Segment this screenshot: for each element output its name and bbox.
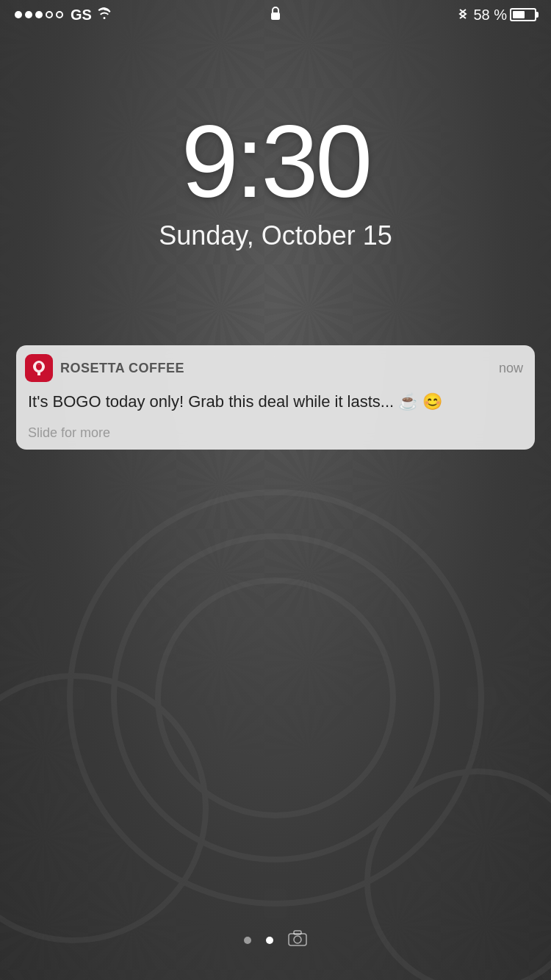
svg-rect-10 [271,12,280,20]
status-bar: GS 58 % [0,0,551,29]
signal-dot-1 [15,11,22,18]
carrier-label: GS [71,7,92,24]
notification-time: now [499,361,523,376]
lock-icon [270,5,281,24]
svg-rect-8 [467,687,496,709]
notification-card[interactable]: ROSETTA COFFEE now It's BOGO today only!… [16,345,535,450]
signal-dot-4 [46,11,53,18]
signal-dot-3 [35,11,43,18]
svg-point-2 [158,580,393,815]
battery-indicator: 58 % [473,7,536,24]
notification-slide-hint[interactable]: Slide for more [16,421,535,450]
svg-point-0 [70,492,481,904]
battery-fill [513,11,525,18]
page-indicator-1 [244,937,251,944]
clock-area: 9:30 Sunday, October 15 [0,110,551,251]
battery-percent: 58 % [473,7,507,24]
app-icon [25,354,53,382]
clock-time: 9:30 [0,110,551,213]
signal-dot-5 [56,11,63,18]
status-left: GS [15,7,112,24]
status-right: 58 % [458,7,536,24]
svg-rect-5 [264,478,287,507]
wifi-icon [96,7,112,23]
svg-point-13 [294,936,301,943]
lock-icon-container [270,5,281,24]
notification-message: It's BOGO today only! Grab this deal whi… [28,392,442,411]
signal-dot-2 [25,11,32,18]
bottom-page-indicators [0,930,551,951]
notification-header: ROSETTA COFFEE now [16,345,535,388]
bluetooth-icon [458,7,467,24]
svg-rect-7 [55,687,84,709]
battery-icon [510,8,536,21]
svg-rect-6 [264,889,287,918]
clock-date: Sunday, October 15 [0,220,551,251]
notification-body: It's BOGO today only! Grab this deal whi… [16,388,535,421]
svg-rect-14 [294,931,301,934]
signal-indicator [15,11,63,18]
app-name: ROSETTA COFFEE [60,361,499,376]
svg-point-1 [114,536,437,860]
page-indicator-2 [266,937,273,944]
camera-icon[interactable] [288,930,307,951]
